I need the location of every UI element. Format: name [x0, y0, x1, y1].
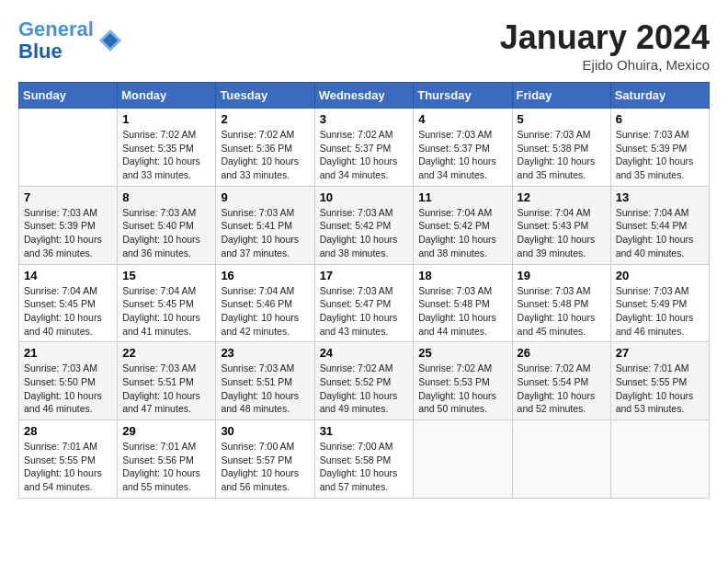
day-number: 21 [24, 346, 112, 360]
cell-info: Sunrise: 7:01 AMSunset: 5:55 PMDaylight:… [616, 362, 694, 414]
day-number: 1 [122, 112, 210, 126]
day-number: 17 [320, 269, 409, 282]
day-number: 15 [122, 269, 210, 282]
calendar-cell: 17Sunrise: 7:03 AMSunset: 5:47 PMDayligh… [314, 264, 414, 342]
calendar-week-row: 1Sunrise: 7:02 AMSunset: 5:35 PMDaylight… [19, 109, 710, 187]
cell-info: Sunrise: 7:00 AMSunset: 5:57 PMDaylight:… [221, 441, 299, 492]
calendar-cell: 20Sunrise: 7:03 AMSunset: 5:49 PMDayligh… [610, 264, 709, 342]
day-number: 20 [616, 269, 704, 282]
calendar-cell: 2Sunrise: 7:02 AMSunset: 5:36 PMDaylight… [216, 109, 314, 187]
calendar-body: 1Sunrise: 7:02 AMSunset: 5:35 PMDaylight… [19, 109, 710, 499]
day-number: 23 [221, 346, 309, 360]
cell-info: Sunrise: 7:01 AMSunset: 5:55 PMDaylight:… [24, 441, 102, 492]
calendar-cell: 31Sunrise: 7:00 AMSunset: 5:58 PMDayligh… [314, 420, 414, 499]
cell-info: Sunrise: 7:03 AMSunset: 5:50 PMDaylight:… [24, 362, 102, 414]
day-number: 14 [24, 269, 112, 282]
day-number: 8 [122, 190, 210, 204]
weekday-header: Saturday [610, 83, 709, 109]
day-number: 18 [418, 269, 506, 282]
cell-info: Sunrise: 7:03 AMSunset: 5:39 PMDaylight:… [616, 129, 694, 180]
calendar-cell: 19Sunrise: 7:03 AMSunset: 5:48 PMDayligh… [512, 264, 610, 342]
calendar-cell: 23Sunrise: 7:03 AMSunset: 5:51 PMDayligh… [216, 342, 314, 420]
calendar-cell: 18Sunrise: 7:03 AMSunset: 5:48 PMDayligh… [414, 264, 512, 342]
calendar-cell: 26Sunrise: 7:02 AMSunset: 5:54 PMDayligh… [512, 342, 610, 420]
day-number: 11 [418, 190, 506, 204]
calendar-cell: 13Sunrise: 7:04 AMSunset: 5:44 PMDayligh… [610, 186, 709, 264]
cell-info: Sunrise: 7:04 AMSunset: 5:46 PMDaylight:… [221, 285, 299, 337]
calendar-cell: 10Sunrise: 7:03 AMSunset: 5:42 PMDayligh… [314, 186, 414, 264]
calendar-cell [610, 420, 709, 499]
month-title: January 2024 [500, 18, 710, 57]
cell-info: Sunrise: 7:03 AMSunset: 5:38 PMDaylight:… [518, 129, 596, 180]
cell-info: Sunrise: 7:03 AMSunset: 5:51 PMDaylight:… [122, 362, 200, 414]
logo-text: GeneralBlue [18, 18, 94, 63]
cell-info: Sunrise: 7:03 AMSunset: 5:47 PMDaylight:… [320, 285, 398, 337]
calendar-cell: 28Sunrise: 7:01 AMSunset: 5:55 PMDayligh… [19, 420, 118, 499]
calendar-cell: 30Sunrise: 7:00 AMSunset: 5:57 PMDayligh… [216, 420, 314, 499]
calendar-week-row: 28Sunrise: 7:01 AMSunset: 5:55 PMDayligh… [19, 420, 710, 499]
cell-info: Sunrise: 7:00 AMSunset: 5:58 PMDaylight:… [320, 441, 398, 492]
calendar-cell: 4Sunrise: 7:03 AMSunset: 5:37 PMDaylight… [414, 109, 512, 187]
weekday-header: Monday [118, 83, 216, 109]
cell-info: Sunrise: 7:03 AMSunset: 5:49 PMDaylight:… [616, 285, 694, 337]
cell-info: Sunrise: 7:01 AMSunset: 5:56 PMDaylight:… [122, 441, 200, 492]
weekday-header: Wednesday [314, 83, 414, 109]
cell-info: Sunrise: 7:04 AMSunset: 5:45 PMDaylight:… [122, 285, 200, 337]
cell-info: Sunrise: 7:02 AMSunset: 5:54 PMDaylight:… [518, 362, 596, 414]
calendar-week-row: 14Sunrise: 7:04 AMSunset: 5:45 PMDayligh… [19, 264, 710, 342]
cell-info: Sunrise: 7:04 AMSunset: 5:44 PMDaylight:… [616, 207, 694, 259]
day-number: 31 [320, 424, 409, 438]
logo-icon [97, 28, 123, 53]
day-number: 30 [221, 424, 309, 438]
day-number: 22 [122, 346, 210, 360]
calendar-cell [414, 420, 512, 499]
calendar-cell: 27Sunrise: 7:01 AMSunset: 5:55 PMDayligh… [610, 342, 709, 420]
day-number: 9 [221, 190, 309, 204]
cell-info: Sunrise: 7:02 AMSunset: 5:53 PMDaylight:… [418, 362, 496, 414]
cell-info: Sunrise: 7:04 AMSunset: 5:43 PMDaylight:… [518, 207, 596, 259]
calendar-cell [19, 109, 118, 187]
cell-info: Sunrise: 7:02 AMSunset: 5:36 PMDaylight:… [221, 129, 299, 180]
cell-info: Sunrise: 7:03 AMSunset: 5:37 PMDaylight:… [418, 129, 496, 180]
day-number: 16 [221, 269, 309, 282]
day-number: 5 [518, 112, 606, 126]
weekday-header: Sunday [19, 83, 118, 109]
calendar-week-row: 7Sunrise: 7:03 AMSunset: 5:39 PMDaylight… [19, 186, 710, 264]
day-number: 4 [418, 112, 506, 126]
calendar-header-row: SundayMondayTuesdayWednesdayThursdayFrid… [19, 83, 710, 109]
calendar-cell: 15Sunrise: 7:04 AMSunset: 5:45 PMDayligh… [118, 264, 216, 342]
cell-info: Sunrise: 7:03 AMSunset: 5:41 PMDaylight:… [221, 207, 299, 259]
day-number: 25 [418, 346, 506, 360]
calendar-table: SundayMondayTuesdayWednesdayThursdayFrid… [18, 82, 710, 499]
calendar-cell: 22Sunrise: 7:03 AMSunset: 5:51 PMDayligh… [118, 342, 216, 420]
calendar-cell: 16Sunrise: 7:04 AMSunset: 5:46 PMDayligh… [216, 264, 314, 342]
calendar-cell: 1Sunrise: 7:02 AMSunset: 5:35 PMDaylight… [118, 109, 216, 187]
calendar-cell: 5Sunrise: 7:03 AMSunset: 5:38 PMDaylight… [512, 109, 610, 187]
calendar-cell: 11Sunrise: 7:04 AMSunset: 5:42 PMDayligh… [414, 186, 512, 264]
cell-info: Sunrise: 7:03 AMSunset: 5:42 PMDaylight:… [320, 207, 398, 259]
cell-info: Sunrise: 7:03 AMSunset: 5:48 PMDaylight:… [518, 285, 596, 337]
calendar-cell: 25Sunrise: 7:02 AMSunset: 5:53 PMDayligh… [414, 342, 512, 420]
cell-info: Sunrise: 7:03 AMSunset: 5:51 PMDaylight:… [221, 362, 299, 414]
day-number: 29 [122, 424, 210, 438]
calendar-cell: 3Sunrise: 7:02 AMSunset: 5:37 PMDaylight… [314, 109, 414, 187]
calendar-cell: 7Sunrise: 7:03 AMSunset: 5:39 PMDaylight… [19, 186, 118, 264]
cell-info: Sunrise: 7:03 AMSunset: 5:39 PMDaylight:… [24, 207, 102, 259]
cell-info: Sunrise: 7:02 AMSunset: 5:35 PMDaylight:… [122, 129, 200, 180]
calendar-cell: 24Sunrise: 7:02 AMSunset: 5:52 PMDayligh… [314, 342, 414, 420]
location: Ejido Ohuira, Mexico [500, 57, 710, 73]
day-number: 12 [518, 190, 606, 204]
day-number: 7 [24, 190, 112, 204]
calendar-cell: 12Sunrise: 7:04 AMSunset: 5:43 PMDayligh… [512, 186, 610, 264]
cell-info: Sunrise: 7:03 AMSunset: 5:40 PMDaylight:… [122, 207, 200, 259]
day-number: 13 [616, 190, 704, 204]
calendar-cell: 29Sunrise: 7:01 AMSunset: 5:56 PMDayligh… [118, 420, 216, 499]
day-number: 3 [320, 112, 409, 126]
day-number: 6 [616, 112, 704, 126]
cell-info: Sunrise: 7:04 AMSunset: 5:45 PMDaylight:… [24, 285, 102, 337]
day-number: 24 [320, 346, 409, 360]
weekday-header: Thursday [414, 83, 512, 109]
calendar-cell: 8Sunrise: 7:03 AMSunset: 5:40 PMDaylight… [118, 186, 216, 264]
cell-info: Sunrise: 7:02 AMSunset: 5:37 PMDaylight:… [320, 129, 398, 180]
calendar-cell: 9Sunrise: 7:03 AMSunset: 5:41 PMDaylight… [216, 186, 314, 264]
